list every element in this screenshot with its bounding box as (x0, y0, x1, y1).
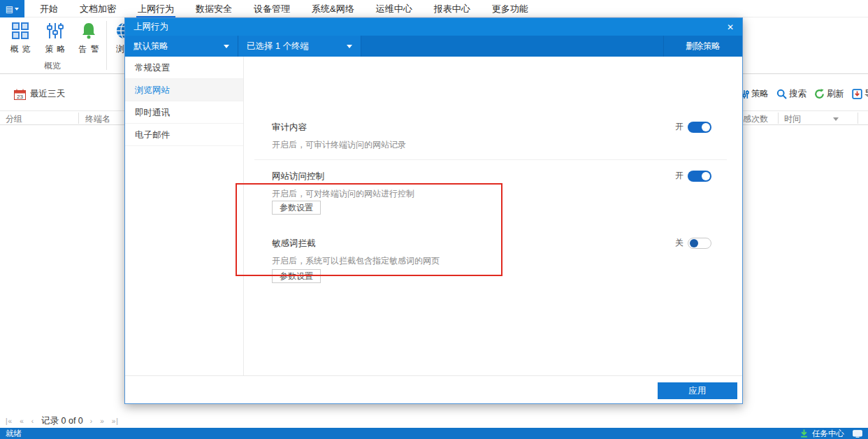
dialog-footer: 应用 (125, 375, 742, 403)
toggle-state-label: 开 (675, 121, 683, 133)
tool-overview-label: 概览 (4, 43, 36, 55)
app-window: ▤ 开始 文档加密 上网行为 数据安全 设备管理 系统&网络 运维中心 报表中心… (0, 0, 868, 439)
monitor-icon[interactable] (853, 430, 862, 438)
column-header-terminal[interactable]: 终端名 (85, 113, 110, 125)
section-audit-description: 开启后，可审计终端访问的网站记录 (272, 139, 406, 151)
sidebar-item-instant-messaging[interactable]: 即时通讯 (125, 101, 243, 124)
terminal-dropdown[interactable]: 已选择 1 个终端 (238, 36, 361, 57)
dialog-title: 上网行为 (133, 21, 168, 33)
section-audit-title: 审计内容 (272, 122, 307, 134)
terminal-dropdown-value: 已选择 1 个终端 (247, 41, 309, 52)
dialog-toolbar: 默认策略 已选择 1 个终端 删除策略 (125, 36, 742, 57)
column-separator[interactable] (778, 113, 779, 124)
tool-policy[interactable]: 策略 (39, 21, 71, 55)
menu-item-data-security[interactable]: 数据安全 (194, 0, 233, 17)
grid-icon (4, 21, 36, 41)
internet-behavior-dialog: 上网行为 ✕ 默认策略 已选择 1 个终端 删除策略 常规设置 浏览网站 即时通… (124, 17, 743, 404)
search-label: 搜索 (789, 88, 806, 100)
sidebar-item-general-settings[interactable]: 常规设置 (125, 57, 243, 79)
column-separator[interactable] (858, 113, 858, 124)
delete-policy-button[interactable]: 删除策略 (663, 36, 742, 57)
app-menu-button[interactable]: ▤ (0, 0, 24, 17)
pagination-bar: |« « ‹ 记录 0 of 0 › » »| (0, 415, 868, 428)
toggle-state-label: 关 (675, 237, 683, 249)
svg-text:23: 23 (17, 93, 23, 99)
menu-item-system-network[interactable]: 系统&网络 (310, 0, 356, 17)
search-button[interactable]: 搜索 (776, 88, 806, 100)
apply-button[interactable]: 应用 (658, 382, 737, 399)
refresh-label: 刷新 (827, 88, 844, 100)
bell-icon (73, 21, 105, 41)
tool-overview[interactable]: 概览 (4, 21, 36, 55)
status-ready-label: 就绪 (6, 429, 22, 439)
chevron-down-icon (347, 45, 352, 48)
toggle-knob (702, 172, 710, 180)
last-page-button[interactable]: »| (112, 417, 119, 425)
dialog-sidebar: 常规设置 浏览网站 即时通讯 电子邮件 (125, 57, 244, 377)
download-arrow-icon (800, 429, 808, 438)
menu-item-start[interactable]: 开始 (38, 0, 59, 17)
audit-toggle-row: 开 (675, 121, 711, 133)
export-label: 导出 (865, 88, 868, 100)
search-icon (776, 89, 787, 99)
menu-item-internet-behavior[interactable]: 上网行为 (136, 0, 175, 17)
fast-prev-page-button[interactable]: « (20, 417, 24, 425)
access-control-params-button[interactable]: 参数设置 (272, 201, 321, 215)
tool-alert[interactable]: 告警 (73, 21, 105, 55)
column-separator[interactable] (78, 113, 79, 124)
export-button[interactable]: 导出 (852, 88, 868, 100)
menu-item-doc-encrypt[interactable]: 文档加密 (78, 0, 117, 17)
calendar-icon: 23 (14, 89, 26, 100)
sensitive-words-toggle-row: 关 (675, 237, 711, 249)
policy-dropdown[interactable]: 默认策略 (125, 36, 238, 57)
tool-policy-label: 策略 (39, 43, 71, 55)
policy-action-button[interactable]: 策略 (739, 88, 769, 100)
refresh-icon (814, 89, 825, 99)
section-access-control-title: 网站访问控制 (272, 171, 324, 182)
section-sensitive-words-description: 开启后，系统可以拦截包含指定敏感词的网页 (272, 255, 440, 267)
fast-next-page-button[interactable]: » (100, 417, 105, 425)
next-page-button[interactable]: › (90, 417, 93, 425)
tool-alert-label: 告警 (73, 43, 105, 55)
ribbon-group-label: 概览 (0, 60, 105, 72)
policy-dropdown-value: 默认策略 (133, 41, 168, 52)
column-sort-caret-icon[interactable] (833, 117, 839, 121)
sidebar-item-email[interactable]: 电子邮件 (125, 124, 243, 146)
dialog-content: 审计内容 开启后，可审计终端访问的网站记录 开 网站访问控制 开启后，可对终端访… (244, 57, 742, 377)
sensitive-words-toggle[interactable] (688, 238, 711, 249)
document-icon: ▤ (6, 5, 13, 13)
menu-item-more[interactable]: 更多功能 (491, 0, 530, 17)
toggle-state-label: 开 (675, 170, 683, 182)
sidebar-item-browse-websites[interactable]: 浏览网站 (125, 79, 243, 101)
menu-item-device-mgmt[interactable]: 设备管理 (252, 0, 291, 17)
menubar: ▤ 开始 文档加密 上网行为 数据安全 设备管理 系统&网络 运维中心 报表中心… (0, 0, 868, 17)
close-icon[interactable]: ✕ (727, 22, 734, 32)
menu-item-ops-center[interactable]: 运维中心 (375, 0, 414, 17)
menu-items: 开始 文档加密 上网行为 数据安全 设备管理 系统&网络 运维中心 报表中心 更… (38, 0, 530, 17)
refresh-button[interactable]: 刷新 (814, 88, 844, 100)
section-sensitive-words-title: 敏感词拦截 (272, 238, 316, 250)
statusbar: 就绪 任务中心 (0, 428, 868, 439)
section-divider (254, 159, 727, 160)
sliders-icon (39, 21, 71, 41)
toggle-knob (690, 239, 698, 247)
section-access-control-description: 开启后，可对终端访问的网站进行控制 (272, 188, 414, 200)
prev-page-button[interactable]: ‹ (31, 417, 34, 425)
column-header-time[interactable]: 时间 (784, 113, 801, 125)
toolbar-spacer (361, 36, 663, 57)
task-center-button[interactable]: 任务中心 (812, 429, 844, 439)
date-range-label: 最近三天 (30, 88, 65, 100)
menu-item-report-center[interactable]: 报表中心 (433, 0, 472, 17)
first-page-button[interactable]: |« (6, 417, 13, 425)
date-range-filter[interactable]: 23 最近三天 (14, 88, 65, 100)
policy-action-label: 策略 (751, 88, 769, 100)
access-control-toggle[interactable] (688, 171, 711, 182)
chevron-down-icon (15, 8, 19, 10)
export-icon (852, 89, 862, 99)
dialog-titlebar: 上网行为 ✕ (125, 18, 742, 36)
column-header-group[interactable]: 分组 (6, 113, 22, 125)
statusbar-right: 任务中心 (800, 429, 862, 439)
audit-content-toggle[interactable] (688, 122, 711, 133)
sensitive-words-params-button[interactable]: 参数设置 (272, 269, 321, 283)
toggle-knob (702, 123, 710, 131)
